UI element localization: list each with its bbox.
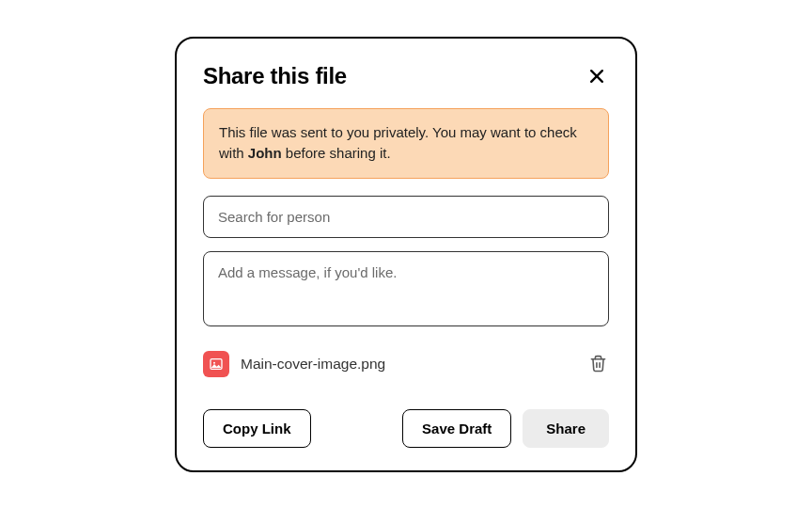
warning-text-bold: John: [248, 145, 282, 161]
image-file-icon: [203, 351, 229, 377]
attachment-filename: Main-cover-image.png: [241, 356, 576, 373]
modal-footer: Copy Link Save Draft Share: [203, 409, 609, 448]
modal-title: Share this file: [203, 63, 347, 89]
search-input[interactable]: [203, 196, 609, 238]
message-textarea[interactable]: [203, 251, 609, 326]
footer-right: Save Draft Share: [402, 409, 609, 448]
close-button[interactable]: [585, 64, 609, 88]
svg-point-3: [213, 361, 215, 363]
attachment-row: Main-cover-image.png: [203, 351, 609, 377]
share-button[interactable]: Share: [523, 409, 609, 448]
copy-link-button[interactable]: Copy Link: [203, 409, 311, 448]
delete-attachment-button[interactable]: [587, 353, 609, 374]
warning-text-suffix: before sharing it.: [282, 145, 391, 161]
modal-header: Share this file: [203, 63, 609, 89]
close-icon: [587, 67, 606, 86]
warning-banner: This file was sent to you privately. You…: [203, 108, 609, 179]
share-modal: Share this file This file was sent to yo…: [175, 37, 637, 472]
trash-icon: [589, 355, 607, 373]
save-draft-button[interactable]: Save Draft: [402, 409, 511, 448]
